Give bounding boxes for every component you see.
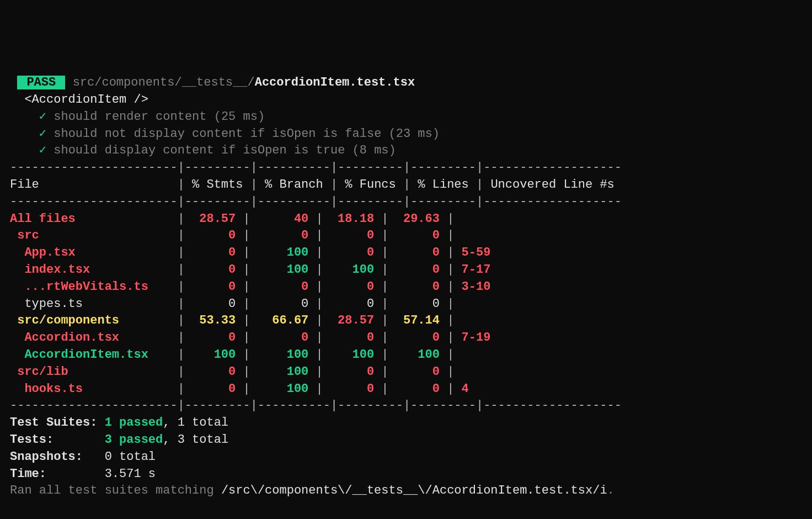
coverage-cell: 0 bbox=[389, 246, 440, 260]
test-path-dir: src/components/__tests__/ bbox=[73, 76, 255, 89]
test-path-file: AccordionItem.test.tsx bbox=[255, 76, 415, 89]
coverage-file: App.tsx bbox=[10, 246, 170, 260]
test-name: should display content if isOpen is true… bbox=[54, 144, 396, 157]
coverage-cell: 100 bbox=[389, 348, 440, 362]
test-name: should render content (25 ms) bbox=[54, 110, 265, 124]
pass-badge: PASS bbox=[17, 76, 65, 89]
footer-suffix: . bbox=[607, 484, 615, 497]
coverage-cell: 0 bbox=[389, 263, 440, 277]
uncovered-lines: 3-10 bbox=[462, 280, 491, 294]
coverage-cell: 0 bbox=[185, 365, 236, 379]
coverage-cell: 0 bbox=[185, 297, 236, 311]
coverage-file: AccordionItem.tsx bbox=[10, 348, 170, 362]
coverage-file: Accordion.tsx bbox=[10, 331, 170, 345]
coverage-file: types.ts bbox=[10, 297, 170, 311]
coverage-cell: 0 bbox=[323, 297, 374, 311]
coverage-cell: 57.14 bbox=[389, 314, 440, 327]
coverage-file: src/components bbox=[10, 314, 170, 327]
coverage-cell: 0 bbox=[250, 297, 309, 311]
coverage-cell: 0 bbox=[185, 382, 236, 396]
coverage-header: File | % Stmts | % Branch | % Funcs | % … bbox=[10, 178, 622, 192]
coverage-cell: 0 bbox=[389, 382, 440, 396]
summary-suites-passed: 1 passed bbox=[105, 416, 163, 430]
uncovered-lines: 7-17 bbox=[462, 263, 491, 277]
uncovered-lines: 7-19 bbox=[462, 331, 491, 345]
coverage-cell: 100 bbox=[250, 365, 309, 379]
uncovered-lines: 4 bbox=[462, 382, 469, 396]
test-name: should not display content if isOpen is … bbox=[54, 127, 440, 141]
coverage-cell: 100 bbox=[185, 348, 236, 362]
coverage-cell: 0 bbox=[323, 382, 374, 396]
coverage-cell: 0 bbox=[389, 297, 440, 311]
coverage-cell: 0 bbox=[323, 365, 374, 379]
coverage-cell: 0 bbox=[250, 229, 309, 242]
uncovered-lines: 5-59 bbox=[462, 246, 491, 260]
coverage-cell: 28.57 bbox=[323, 314, 374, 327]
coverage-cell: 0 bbox=[250, 280, 309, 294]
summary-tests-passed: 3 passed bbox=[105, 433, 163, 447]
summary-time-label: Time: bbox=[10, 467, 105, 481]
coverage-cell: 0 bbox=[323, 280, 374, 294]
coverage-file: src/lib bbox=[10, 365, 170, 379]
coverage-file: src bbox=[10, 229, 170, 242]
coverage-cell: 0 bbox=[389, 280, 440, 294]
coverage-cell: 28.57 bbox=[185, 212, 236, 226]
coverage-cell: 0 bbox=[323, 331, 374, 345]
coverage-cell: 40 bbox=[250, 212, 309, 226]
coverage-cell: 29.63 bbox=[389, 212, 440, 226]
coverage-cell: 100 bbox=[323, 263, 374, 277]
coverage-file: hooks.ts bbox=[10, 382, 170, 396]
check-icon: ✓ bbox=[39, 144, 46, 157]
summary-tests-total: , 3 total bbox=[163, 433, 228, 447]
coverage-cell: 100 bbox=[250, 246, 309, 260]
coverage-cell: 100 bbox=[250, 263, 309, 277]
coverage-cell: 0 bbox=[185, 246, 236, 260]
summary-suites-label: Test Suites: bbox=[10, 416, 105, 430]
coverage-cell: 0 bbox=[185, 263, 236, 277]
summary-snapshots-label: Snapshots: bbox=[10, 450, 105, 464]
coverage-rule: -----------------------|---------|------… bbox=[10, 161, 622, 174]
coverage-file: ...rtWebVitals.ts bbox=[10, 280, 170, 294]
describe-block: <AccordionItem /> bbox=[24, 93, 148, 107]
coverage-cell: 0 bbox=[389, 229, 440, 242]
summary-time-val: 3.571 s bbox=[105, 467, 156, 481]
summary-suites-total: , 1 total bbox=[163, 416, 228, 430]
coverage-cell: 100 bbox=[250, 348, 309, 362]
check-icon: ✓ bbox=[39, 127, 46, 141]
coverage-cell: 0 bbox=[323, 246, 374, 260]
check-icon: ✓ bbox=[39, 110, 46, 124]
terminal-output: PASS src/components/__tests__/AccordionI… bbox=[10, 75, 802, 500]
coverage-cell: 100 bbox=[323, 348, 374, 362]
summary-snapshots-val: 0 total bbox=[105, 450, 156, 464]
coverage-file: index.tsx bbox=[10, 263, 170, 277]
coverage-rule: -----------------------|---------|------… bbox=[10, 399, 622, 412]
coverage-cell: 0 bbox=[389, 365, 440, 379]
summary-tests-label: Tests: bbox=[10, 433, 105, 447]
coverage-cell: 18.18 bbox=[323, 212, 374, 226]
coverage-cell: 0 bbox=[323, 229, 374, 242]
coverage-cell: 0 bbox=[250, 331, 309, 345]
coverage-file: All files bbox=[10, 212, 170, 226]
coverage-cell: 66.67 bbox=[250, 314, 309, 327]
footer-prefix: Ran all test suites matching bbox=[10, 484, 221, 497]
footer-pattern: /src\/components\/__tests__\/AccordionIt… bbox=[221, 484, 607, 497]
coverage-cell: 0 bbox=[185, 331, 236, 345]
coverage-cell: 100 bbox=[250, 382, 309, 396]
coverage-rule: -----------------------|---------|------… bbox=[10, 195, 622, 209]
coverage-cell: 0 bbox=[389, 331, 440, 345]
coverage-cell: 0 bbox=[185, 280, 236, 294]
coverage-cell: 53.33 bbox=[185, 314, 236, 327]
coverage-cell: 0 bbox=[185, 229, 236, 242]
